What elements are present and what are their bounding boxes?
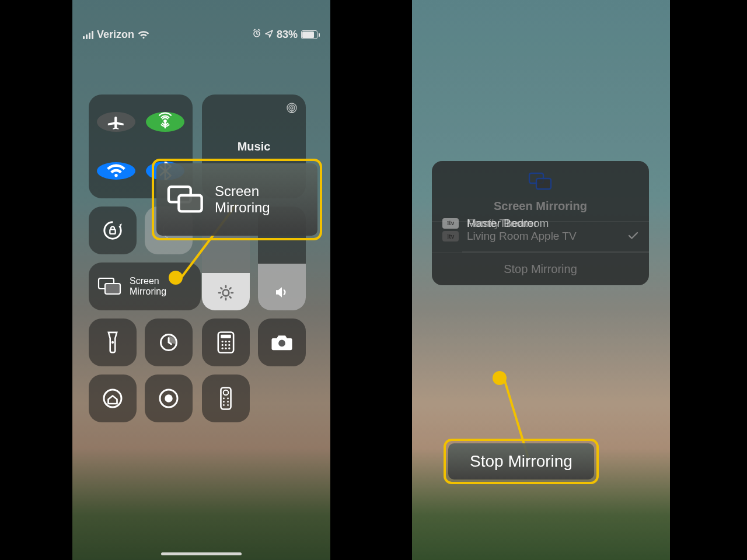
svg-point-4 <box>291 107 293 109</box>
screen-record-button[interactable] <box>145 374 193 422</box>
rotation-lock-button[interactable] <box>89 206 137 254</box>
svg-point-14 <box>222 341 224 342</box>
stage: Verizon 83% <box>0 0 747 560</box>
svg-point-18 <box>225 344 226 346</box>
calculator-button[interactable] <box>202 318 250 366</box>
svg-point-17 <box>222 344 224 346</box>
screen-mirroring-icon <box>167 184 204 215</box>
timer-button[interactable] <box>145 318 193 366</box>
svg-rect-6 <box>110 229 115 234</box>
cellular-data-button[interactable] <box>146 112 184 132</box>
svg-point-20 <box>222 348 224 349</box>
svg-point-29 <box>223 398 225 400</box>
timer-icon <box>158 332 179 353</box>
device-name: Master Bedroom <box>467 217 638 230</box>
screen-mirroring-icon <box>97 276 123 297</box>
svg-point-9 <box>223 290 229 296</box>
svg-point-10 <box>111 341 114 344</box>
svg-point-32 <box>227 401 229 402</box>
svg-point-3 <box>289 105 295 111</box>
svg-point-24 <box>104 390 121 407</box>
svg-point-21 <box>225 348 226 349</box>
screen-mirroring-label: Screen Mirroring <box>130 276 166 297</box>
svg-point-15 <box>225 341 226 342</box>
camera-icon <box>271 334 293 351</box>
music-label: Music <box>238 140 271 153</box>
signal-bars-icon <box>83 31 93 39</box>
svg-point-19 <box>228 344 230 346</box>
airplane-mode-button[interactable] <box>97 112 135 132</box>
svg-point-26 <box>165 394 173 402</box>
svg-point-28 <box>224 390 229 396</box>
cellular-antenna-icon <box>155 112 175 132</box>
stop-mirroring-callout: Stop Mirroring <box>444 439 599 484</box>
svg-rect-8 <box>105 284 120 294</box>
record-icon <box>158 388 179 409</box>
apple-tv-icon: tv <box>442 218 459 229</box>
svg-point-16 <box>228 341 230 342</box>
svg-rect-13 <box>221 335 231 338</box>
svg-rect-27 <box>221 387 231 409</box>
speaker-icon <box>273 284 291 301</box>
svg-rect-22 <box>228 348 230 349</box>
camera-button[interactable] <box>258 318 306 366</box>
home-indicator[interactable] <box>161 552 242 555</box>
svg-rect-36 <box>179 195 201 212</box>
rotation-lock-icon <box>101 219 124 242</box>
svg-point-33 <box>223 404 225 406</box>
alarm-icon <box>252 29 261 41</box>
apple-tv-remote-button[interactable] <box>202 374 250 422</box>
remote-icon <box>219 387 232 410</box>
svg-point-34 <box>227 404 229 406</box>
screen-mirroring-callout: Screen Mirroring <box>152 159 322 240</box>
airplane-icon <box>106 112 126 132</box>
svg-point-23 <box>278 340 285 347</box>
svg-point-31 <box>223 401 225 402</box>
screen-mirroring-tile[interactable]: Screen Mirroring <box>89 262 201 310</box>
annotation-dot <box>169 271 183 285</box>
flashlight-icon <box>104 331 121 354</box>
callout-label: Stop Mirroring <box>470 453 573 470</box>
svg-point-30 <box>227 398 229 400</box>
svg-point-5 <box>104 222 121 239</box>
wifi-icon <box>138 31 149 39</box>
location-icon <box>265 29 273 41</box>
sun-icon <box>217 284 235 302</box>
home-button[interactable] <box>89 374 137 422</box>
screen-mirroring-sheet: Screen Mirroring tv Living Room Apple T… <box>432 161 649 285</box>
battery-percent: 83% <box>277 29 298 41</box>
annotation-dot <box>493 371 507 385</box>
wifi-button[interactable] <box>97 162 135 180</box>
airplay-icon <box>285 102 299 118</box>
callout-label: Screen Mirroring <box>215 183 270 216</box>
battery-icon <box>301 30 320 39</box>
device-row[interactable]: tv Master Bedroom <box>432 161 649 285</box>
flashlight-button[interactable] <box>89 318 137 366</box>
wifi-icon <box>106 162 126 180</box>
status-bar: Verizon 83% <box>72 0 330 46</box>
calculator-icon <box>217 331 235 354</box>
home-icon <box>102 388 123 409</box>
phone-left: Verizon 83% <box>72 0 330 560</box>
carrier-label: Verizon <box>97 29 134 41</box>
